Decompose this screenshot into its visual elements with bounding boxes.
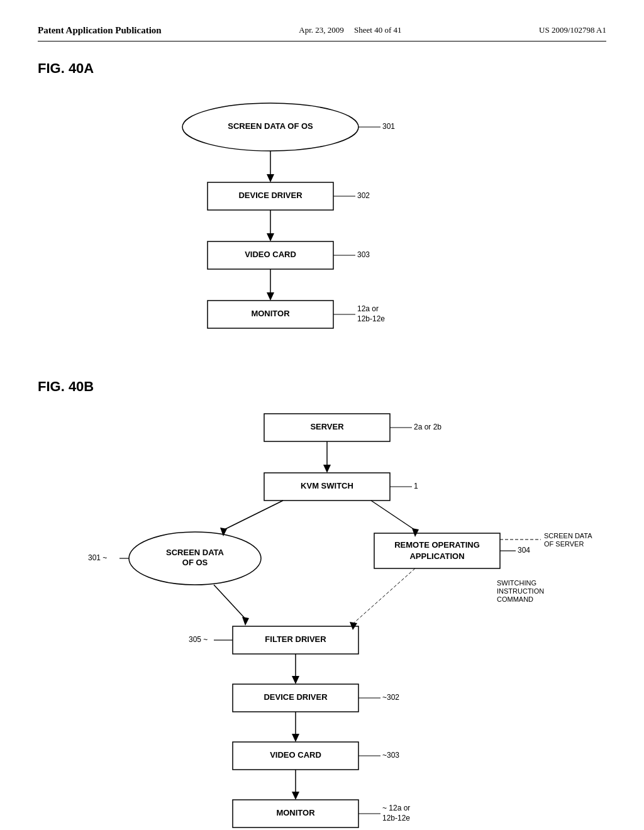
svg-marker-11 [267,292,274,301]
node-video-card: VIDEO CARD [245,250,296,259]
node-monitor: MONITOR [251,309,290,318]
svg-rect-26 [374,533,500,568]
ref-server: 2a or 2b [414,423,441,431]
ref-monitor-b2: 12b-12e [382,814,410,822]
svg-marker-36 [292,676,299,684]
dashed-label-instruction: INSTRUCTION [497,587,544,595]
ref-301b: 301 ~ [88,553,107,562]
fig40a-section: FIG. 40A SCREEN DATA OF OS 301 DEVICE DR… [38,60,606,353]
fig40b-svg: SERVER 2a or 2b KVM SWITCH 1 [38,407,604,830]
fig40a-label: FIG. 40A [38,60,606,77]
header-center: Apr. 23, 2009 Sheet 40 of 41 [299,25,401,35]
ref-kvm: 1 [414,482,418,490]
node-video-card-b: VIDEO CARD [270,750,321,760]
node-filter-driver: FILTER DRIVER [265,634,326,644]
svg-marker-7 [267,233,274,241]
fig40b-diagram: SERVER 2a or 2b KVM SWITCH 1 [38,407,606,830]
node-screen-data-os-b: SCREEN DATA [166,548,225,557]
fig40b-label: FIG. 40B [38,379,606,395]
ref-305: 305 ~ [189,635,208,644]
svg-marker-40 [292,734,299,742]
ref-303: 303 [357,250,370,259]
svg-line-31 [352,568,415,624]
dashed-label-of-server: OF SERVER [544,540,584,548]
ref-301: 301 [382,122,395,131]
header-patent-number: US 2009/102798 A1 [539,25,606,35]
node-screen-data-os: SCREEN DATA OF OS [228,121,313,131]
node-monitor-b: MONITOR [276,808,315,817]
svg-marker-17 [323,465,331,473]
fig40b-section: FIG. 40B SERVER 2a or 2b KVM SWITCH 1 [38,379,606,830]
ref-304: 304 [518,546,530,555]
fig40a-svg: SCREEN DATA OF OS 301 DEVICE DRIVER 302 [38,89,604,353]
header-date: Apr. 23, 2009 [299,25,344,35]
ref-302: 302 [357,191,370,200]
svg-line-29 [214,585,245,619]
svg-line-22 [371,501,415,530]
dashed-label-switching: SWITCHING [497,579,536,587]
svg-line-20 [223,501,283,530]
ref-monitor-b: ~ 12a or [382,804,410,812]
node-device-driver: DEVICE DRIVER [238,191,303,200]
ref-monitor2: 12b-12e [357,314,385,323]
svg-marker-30 [242,617,249,626]
ref-monitor: 12a or [357,304,379,313]
dashed-label-screen-data: SCREEN DATA [544,532,592,540]
ref-303b: ~303 [382,751,399,760]
node-kvm-switch: KVM SWITCH [301,481,353,490]
node-device-driver-b: DEVICE DRIVER [264,692,328,702]
node-screen-data-os-b2: OF OS [182,558,208,567]
publication-label: Patent Application Publication [38,25,162,36]
header-sheet: Sheet 40 of 41 [354,25,401,35]
dashed-label-command: COMMAND [497,595,533,603]
node-remote-op: REMOTE OPERATING [394,540,480,550]
page: Patent Application Publication Apr. 23, … [0,0,644,830]
svg-marker-44 [292,792,299,800]
page-header: Patent Application Publication Apr. 23, … [38,25,606,42]
svg-marker-3 [267,174,274,182]
node-server: SERVER [310,422,344,431]
svg-marker-23 [412,528,419,537]
fig40a-diagram: SCREEN DATA OF OS 301 DEVICE DRIVER 302 [38,89,606,353]
node-remote-op2: APPLICATION [409,551,464,561]
ref-302b: ~302 [382,693,399,702]
